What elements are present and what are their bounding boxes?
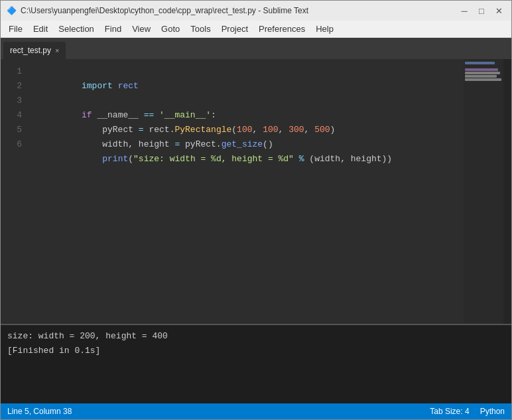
- status-left: Line 5, Column 38: [7, 407, 72, 416]
- code-line-3: if __name__ == '__main__':: [30, 94, 464, 108]
- status-right: Tab Size: 4 Python: [430, 407, 505, 416]
- menu-help[interactable]: Help: [310, 23, 339, 35]
- vertical-scrollbar[interactable]: [503, 59, 511, 324]
- main-window: 🔷 C:\Users\yuanpengfei\Desktop\cython_co…: [0, 0, 512, 420]
- line-num-3: 3: [1, 94, 27, 108]
- maximize-button[interactable]: □: [474, 3, 489, 18]
- minimap-line-5: [465, 75, 497, 78]
- tab-bar: rect_test.py ×: [1, 38, 511, 59]
- menu-preferences[interactable]: Preferences: [253, 23, 310, 35]
- menu-file[interactable]: File: [3, 23, 28, 35]
- status-bar: Line 5, Column 38 Tab Size: 4 Python: [1, 403, 511, 419]
- line-num-6: 6: [1, 137, 27, 152]
- console: size: width = 200, height = 400 [Finishe…: [1, 324, 511, 403]
- menu-edit[interactable]: Edit: [28, 23, 53, 35]
- window-controls: ─ □ ✕: [457, 3, 506, 18]
- menu-bar: File Edit Selection Find View Goto Tools…: [1, 21, 511, 38]
- editor-wrapper: 1 2 3 4 5 6 import rect if __name__ == '…: [1, 59, 511, 324]
- minimap-line-6: [465, 78, 501, 81]
- app-icon: 🔷: [6, 5, 17, 16]
- minimap-content: [464, 59, 503, 84]
- console-line-1: size: width = 200, height = 400: [7, 329, 505, 344]
- menu-project[interactable]: Project: [216, 23, 253, 35]
- code-area[interactable]: import rect if __name__ == '__main__': p…: [27, 59, 464, 324]
- line-num-2: 2: [1, 79, 27, 94]
- code-line-1: import rect: [30, 64, 464, 79]
- menu-find[interactable]: Find: [99, 23, 127, 35]
- cursor-position: Line 5, Column 38: [7, 407, 72, 416]
- window-title: C:\Users\yuanpengfei\Desktop\cython_code…: [21, 6, 308, 15]
- tab-rect-test[interactable]: rect_test.py ×: [3, 42, 66, 59]
- line-num-5: 5: [1, 123, 27, 137]
- tab-size[interactable]: Tab Size: 4: [430, 407, 469, 416]
- menu-goto[interactable]: Goto: [156, 23, 185, 35]
- minimap-line-1: [465, 62, 495, 64]
- line-num-4: 4: [1, 108, 27, 123]
- minimap-line-4: [465, 72, 500, 74]
- title-bar: 🔷 C:\Users\yuanpengfei\Desktop\cython_co…: [1, 1, 511, 21]
- line-numbers: 1 2 3 4 5 6: [1, 59, 27, 324]
- title-bar-left: 🔷 C:\Users\yuanpengfei\Desktop\cython_co…: [6, 5, 308, 16]
- menu-view[interactable]: View: [127, 23, 156, 35]
- tab-close-button[interactable]: ×: [55, 46, 59, 54]
- minimap-line-3: [465, 68, 498, 71]
- tab-label: rect_test.py: [10, 46, 51, 55]
- menu-selection[interactable]: Selection: [53, 23, 99, 35]
- line-num-1: 1: [1, 64, 27, 79]
- console-line-2: [Finished in 0.1s]: [7, 344, 505, 358]
- close-button[interactable]: ✕: [491, 3, 506, 18]
- menu-tools[interactable]: Tools: [185, 23, 216, 35]
- minimize-button[interactable]: ─: [457, 3, 472, 18]
- minimap: [464, 59, 503, 324]
- editor[interactable]: 1 2 3 4 5 6 import rect if __name__ == '…: [1, 59, 464, 324]
- language[interactable]: Python: [480, 407, 505, 416]
